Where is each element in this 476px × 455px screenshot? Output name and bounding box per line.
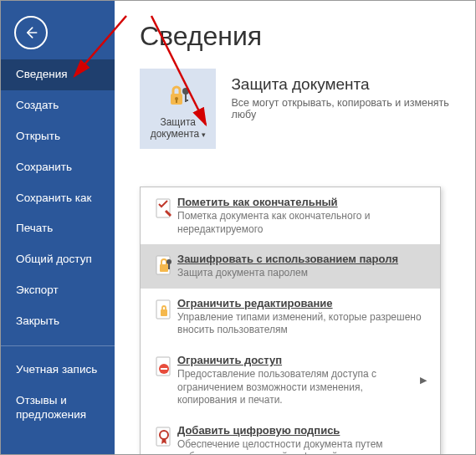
dropdown-caret-icon: ▾	[199, 130, 206, 139]
backstage-sidebar: Сведения Создать Открыть Сохранить Сохра…	[1, 1, 115, 455]
mark-final-icon	[151, 196, 177, 236]
encrypt-icon	[151, 253, 177, 280]
nav-label: Сохранить	[16, 161, 72, 173]
main-panel: Сведения Защита документа ▾ Защита докум…	[115, 1, 475, 455]
nav-print[interactable]: Печать	[1, 213, 115, 244]
svg-rect-16	[161, 368, 167, 370]
nav-info[interactable]: Сведения	[1, 59, 115, 90]
restrict-edit-icon	[151, 297, 177, 337]
nav-separator	[1, 345, 115, 346]
nav-label: Печать	[16, 222, 53, 234]
nav-label: Учетная запись	[16, 363, 97, 376]
back-arrow-icon	[23, 24, 39, 41]
nav-label: Закрыть	[16, 314, 59, 327]
dd-sub: Обеспечение целостности документа путем …	[177, 438, 430, 455]
svg-rect-3	[176, 100, 177, 103]
svg-point-4	[182, 88, 189, 95]
dd-sub: Управление типами изменений, которые раз…	[177, 311, 430, 337]
svg-rect-9	[160, 264, 168, 272]
protect-button-label: Защита документа	[151, 116, 200, 140]
nav-export[interactable]: Экспорт	[1, 275, 115, 306]
protect-heading: Защита документа	[231, 75, 475, 94]
nav-save-as[interactable]: Сохранить как	[1, 183, 115, 214]
dd-restrict-editing[interactable]: Ограничить редактирование Управление тип…	[141, 289, 440, 345]
nav-open[interactable]: Открыть	[1, 121, 115, 152]
svg-rect-13	[161, 309, 167, 316]
lock-key-icon	[143, 79, 212, 112]
back-button[interactable]	[14, 16, 48, 49]
protect-info: Защита документа Все могут открывать, ко…	[216, 69, 475, 120]
nav-label: Общий доступ	[16, 253, 92, 265]
signature-icon	[151, 424, 177, 455]
protect-section: Защита документа ▾ Защита документа Все …	[115, 69, 475, 149]
dd-sub: Предоставление пользователям доступа с о…	[177, 368, 420, 407]
svg-rect-11	[168, 263, 170, 269]
nav-feedback[interactable]: Отзывы и предложения	[1, 386, 115, 431]
dd-digital-signature[interactable]: Добавить цифровую подпись Обеспечение це…	[141, 416, 440, 455]
protect-desc: Все могут открывать, копировать и изменя…	[231, 97, 475, 120]
dd-title: Добавить цифровую подпись	[177, 424, 430, 437]
nav-label: Открыть	[16, 130, 60, 142]
svg-rect-6	[185, 100, 188, 101]
dd-sub: Защита документа паролем	[177, 267, 430, 280]
nav-share[interactable]: Общий доступ	[1, 244, 115, 275]
dd-restrict-access[interactable]: Ограничить доступ Предоставление пользов…	[141, 345, 440, 416]
nav-save[interactable]: Сохранить	[1, 152, 115, 183]
nav-close[interactable]: Закрыть	[1, 306, 115, 337]
dd-title: Зашифровать с использованием пароля	[177, 253, 430, 265]
nav-label: Создать	[16, 99, 59, 111]
dd-title: Ограничить доступ	[177, 354, 420, 366]
dd-title: Ограничить редактирование	[177, 297, 430, 309]
dd-title: Пометить как окончательный	[177, 196, 430, 208]
nav-label: Сведения	[16, 68, 68, 80]
dd-encrypt-password[interactable]: Зашифровать с использованием пароля Защи…	[141, 244, 440, 289]
protect-dropdown: Пометить как окончательный Пометка докум…	[140, 187, 441, 455]
nav-new[interactable]: Создать	[1, 90, 115, 121]
dd-mark-final[interactable]: Пометить как окончательный Пометка докум…	[141, 187, 440, 244]
nav-account[interactable]: Учетная запись	[1, 355, 115, 386]
page-title: Сведения	[115, 1, 475, 69]
protect-document-button[interactable]: Защита документа ▾	[140, 69, 216, 149]
nav-label: Сохранить как	[16, 192, 91, 204]
restrict-access-icon	[151, 354, 177, 407]
nav-label: Отзывы и предложения	[16, 394, 86, 421]
nav-label: Экспорт	[16, 284, 59, 296]
submenu-arrow-icon: ▶	[420, 354, 430, 407]
dd-sub: Пометка документа как окончательного и н…	[177, 210, 430, 236]
